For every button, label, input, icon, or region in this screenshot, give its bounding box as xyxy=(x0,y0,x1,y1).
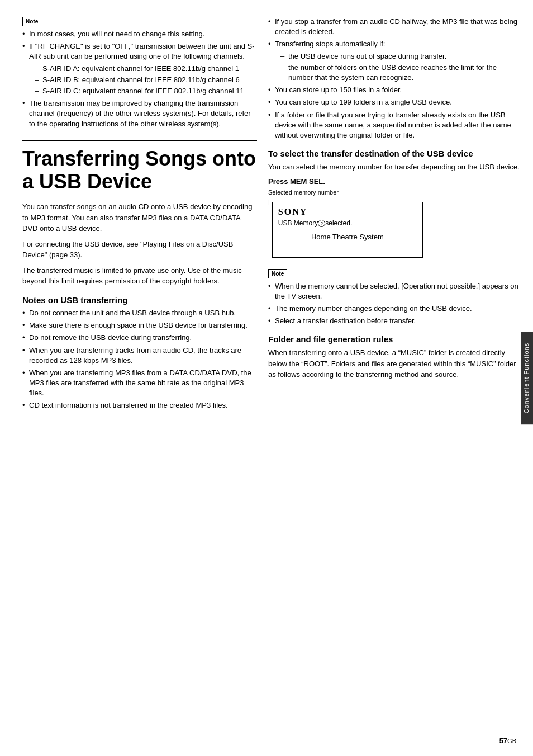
list-item: The transmission may be improved by chan… xyxy=(22,98,257,129)
display-area: Selected memory number | SONY USB Memory… xyxy=(268,189,522,262)
list-item-text: If "RF CHANGE" is set to "OFF," transmis… xyxy=(29,42,255,60)
sub-list: the USB device runs out of space during … xyxy=(280,51,522,83)
transfer-dest-note-list: When the memory cannot be selected, [Ope… xyxy=(268,281,522,327)
list-item: Transferring stops automatically if: the… xyxy=(268,39,522,83)
top-note-list: In most cases, you will not need to chan… xyxy=(22,29,257,129)
system-name: Home Theatre System xyxy=(278,233,417,241)
page-container: Note In most cases, you will not need to… xyxy=(0,0,533,756)
note-label-top: Note xyxy=(22,17,41,26)
list-item: CD text information is not transferred i… xyxy=(22,400,257,410)
display-box: SONY USB Memory2selected. Home Theatre S… xyxy=(272,202,423,258)
sub-list: S-AIR ID A: equivalent channel for IEEE … xyxy=(35,64,257,97)
list-item: You can store up to 199 folders in a sin… xyxy=(268,97,522,107)
main-title: Transferring Songs onto a USB Device xyxy=(22,147,257,193)
notes-heading: Notes on USB transferring xyxy=(22,295,257,305)
list-item: If you stop a transfer from an audio CD … xyxy=(268,17,522,37)
note-label-transfer: Note xyxy=(268,269,287,278)
folder-section-text: When transferring onto a USB device, a “… xyxy=(268,347,522,380)
list-item: The memory number changes depending on t… xyxy=(268,304,522,314)
transfer-dest-heading: To select the transfer destination of th… xyxy=(268,149,522,158)
list-item: S-AIR ID C: equivalent channel for IEEE … xyxy=(35,86,257,96)
side-tab: Convenient Functions xyxy=(521,332,533,424)
right-column: If you stop a transfer from an audio CD … xyxy=(268,17,522,739)
memory-number: 2 xyxy=(318,220,325,227)
list-item: Select a transfer destination before tra… xyxy=(268,316,522,326)
intro-paragraph-3: The transferred music is limited to priv… xyxy=(22,265,257,287)
list-item: When the memory cannot be selected, [Ope… xyxy=(268,281,522,301)
transfer-dest-intro: You can select the memory number for tra… xyxy=(268,162,522,173)
list-item: If a folder or file that you are trying … xyxy=(268,110,522,141)
page-number: 57GB xyxy=(499,736,516,745)
left-column: Note In most cases, you will not need to… xyxy=(22,17,257,739)
top-note-section: Note In most cases, you will not need to… xyxy=(22,17,257,129)
list-item: When you are transferring MP3 files from… xyxy=(22,368,257,399)
selected-memory-label: Selected memory number xyxy=(268,189,522,196)
intro-paragraph-1: You can transfer songs on an audio CD on… xyxy=(22,201,257,234)
memory-line: USB Memory2selected. xyxy=(278,219,417,227)
list-item: Make sure there is enough space in the U… xyxy=(22,320,257,330)
press-mem-sel-label: Press MEM SEL. xyxy=(268,177,522,186)
section-divider xyxy=(22,140,257,141)
list-item: If "RF CHANGE" is set to "OFF," transmis… xyxy=(22,41,257,96)
sony-logo: SONY xyxy=(278,207,417,217)
right-bullets: If you stop a transfer from an audio CD … xyxy=(268,17,522,140)
list-item: Do not connect the unit and the USB devi… xyxy=(22,308,257,318)
folder-section-heading: Folder and file generation rules xyxy=(268,334,522,344)
intro-paragraph-2: For connecting the USB device, see "Play… xyxy=(22,239,257,261)
list-item-text: Transferring stops automatically if: xyxy=(275,40,385,48)
list-item: When you are transferring tracks from an… xyxy=(22,346,257,366)
list-item: the number of folders on the USB device … xyxy=(280,63,522,83)
list-item: In most cases, you will not need to chan… xyxy=(22,29,257,39)
arrow-indicator: | xyxy=(268,199,270,205)
list-item: the USB device runs out of space during … xyxy=(280,51,522,62)
notes-list: Do not connect the unit and the USB devi… xyxy=(22,308,257,411)
transfer-dest-note: Note When the memory cannot be selected,… xyxy=(268,269,522,327)
list-item: You can store up to 150 files in a folde… xyxy=(268,85,522,95)
list-item: S-AIR ID B: equivalent channel for IEEE … xyxy=(35,75,257,85)
list-item: S-AIR ID A: equivalent channel for IEEE … xyxy=(35,64,257,74)
main-content: Note In most cases, you will not need to… xyxy=(0,0,533,756)
list-item: Do not remove the USB device during tran… xyxy=(22,333,257,343)
